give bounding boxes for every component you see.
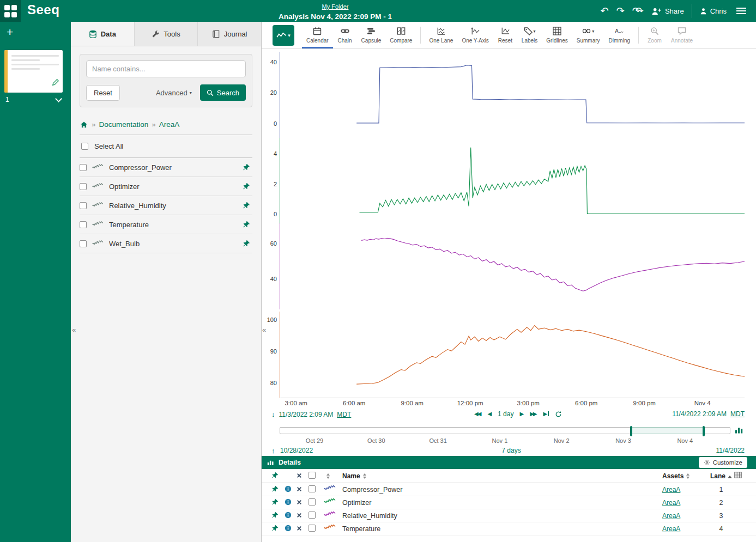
info-icon[interactable] bbox=[285, 511, 292, 519]
investigate-range-duration[interactable]: 7 days bbox=[501, 447, 521, 454]
signal-item-temperature[interactable]: Temperature bbox=[80, 215, 252, 234]
signal-checkbox[interactable] bbox=[80, 183, 87, 190]
timezone-link[interactable]: MDT bbox=[730, 410, 745, 418]
trend-lane-1[interactable]: 40200 bbox=[262, 52, 756, 138]
display-range-start[interactable]: 11/3/2022 2:09 AM bbox=[279, 411, 334, 418]
advanced-search-toggle[interactable]: Advanced ▾ bbox=[156, 89, 192, 97]
seeq-logo[interactable]: Seeq bbox=[27, 2, 59, 17]
tab-tools[interactable]: Tools bbox=[135, 22, 198, 46]
signal-item-relative_humidity[interactable]: Relative_Humidity bbox=[80, 196, 252, 215]
name-column-header[interactable]: Name bbox=[342, 472, 360, 480]
signal-checkbox[interactable] bbox=[80, 164, 87, 171]
select-all-checkbox[interactable] bbox=[81, 143, 88, 150]
pan-forward-icon[interactable]: ▶ bbox=[519, 411, 524, 417]
share-button[interactable]: Share bbox=[651, 7, 684, 15]
new-worksheet-button[interactable]: + bbox=[7, 26, 17, 38]
toolbar-button-zoom[interactable]: Zoom bbox=[643, 22, 667, 48]
remove-icon[interactable] bbox=[297, 513, 302, 518]
pin-icon[interactable] bbox=[243, 163, 250, 171]
signal-item-wet_bulb[interactable]: Wet_Bulb bbox=[80, 234, 252, 253]
row-checkbox[interactable] bbox=[309, 511, 316, 519]
pin-icon[interactable] bbox=[271, 525, 279, 532]
pan-back-full-icon[interactable]: ◀◀ bbox=[474, 411, 481, 417]
pin-icon[interactable] bbox=[271, 498, 279, 506]
toolbar-button-chain[interactable]: Chain bbox=[333, 22, 357, 48]
asset-link[interactable]: AreaA bbox=[662, 499, 680, 507]
select-all-row[interactable]: Select All bbox=[80, 135, 252, 158]
collapse-data-panel-icon[interactable]: « bbox=[262, 326, 266, 334]
pin-icon[interactable] bbox=[271, 511, 279, 519]
signal-plot-compressor-power[interactable] bbox=[280, 52, 745, 138]
toolbar-button-summary[interactable]: ▾ Summary bbox=[572, 22, 604, 48]
remove-icon[interactable] bbox=[297, 486, 302, 492]
selection-left-handle[interactable] bbox=[630, 426, 632, 436]
investigate-range-end[interactable]: 11/4/2022 bbox=[716, 447, 745, 454]
customize-button[interactable]: Customize bbox=[699, 457, 747, 468]
timezone-link[interactable]: MDT bbox=[337, 411, 351, 418]
pin-icon[interactable] bbox=[243, 202, 250, 209]
signal-checkbox[interactable] bbox=[80, 202, 87, 209]
auto-update-icon[interactable] bbox=[555, 411, 562, 418]
toolbar-button-dimming[interactable]: A Dimming bbox=[604, 22, 634, 48]
signal-plot-relative-humidity[interactable] bbox=[280, 223, 745, 309]
tab-journal[interactable]: Journal bbox=[198, 22, 261, 46]
trend-lane-2[interactable]: 420 bbox=[262, 138, 756, 224]
remove-icon[interactable] bbox=[297, 500, 302, 505]
view-selector-button[interactable]: ▾ bbox=[273, 25, 294, 46]
chevron-down-icon[interactable] bbox=[55, 95, 62, 102]
breadcrumb-areaa[interactable]: AreaA bbox=[159, 120, 180, 129]
pin-icon[interactable] bbox=[243, 221, 250, 228]
hamburger-menu-icon[interactable] bbox=[734, 5, 748, 16]
signal-checkbox[interactable] bbox=[80, 240, 87, 247]
toolbar-button-capsule[interactable]: Capsule bbox=[357, 22, 386, 48]
investigate-range-down-icon[interactable]: ↓ bbox=[271, 410, 275, 418]
assets-column-header[interactable]: Assets bbox=[662, 472, 684, 480]
toolbar-button-one-lane[interactable]: One Lane bbox=[425, 22, 457, 48]
asset-link[interactable]: AreaA bbox=[662, 525, 680, 533]
trend-lane-4[interactable]: 1009080 bbox=[262, 312, 756, 398]
row-checkbox[interactable] bbox=[309, 525, 316, 532]
selection-right-handle[interactable] bbox=[703, 426, 705, 436]
info-icon[interactable] bbox=[285, 525, 292, 532]
pan-to-end-icon[interactable]: ▶ bbox=[543, 411, 549, 417]
signal-item-optimizer[interactable]: Optimizer bbox=[80, 177, 252, 196]
search-input[interactable] bbox=[86, 60, 246, 77]
user-menu[interactable]: Chris bbox=[700, 7, 727, 15]
sort-name-icon[interactable] bbox=[363, 473, 366, 479]
search-button[interactable]: Search bbox=[200, 84, 246, 101]
signal-item-compressor_power[interactable]: Compressor_Power bbox=[80, 158, 252, 177]
asset-link[interactable]: AreaA bbox=[662, 486, 680, 494]
display-range-end[interactable]: 11/4/2022 2:09 AM bbox=[672, 410, 727, 418]
pin-icon[interactable] bbox=[243, 182, 250, 190]
investigate-range-start[interactable]: 10/28/2022 bbox=[280, 447, 313, 454]
overview-timeline[interactable] bbox=[280, 427, 730, 434]
trend-lane-3[interactable]: 6040 bbox=[262, 223, 756, 309]
toolbar-button-labels[interactable]: ▾ Labels bbox=[517, 22, 542, 48]
my-folder-link[interactable]: My Folder bbox=[322, 3, 349, 10]
sort-type-icon[interactable] bbox=[326, 473, 330, 479]
signal-plot-temperature[interactable] bbox=[280, 312, 745, 398]
toolbar-button-one-y-axis[interactable]: One Y-Axis bbox=[457, 22, 493, 48]
toolbar-button-gridlines[interactable]: Gridlines bbox=[542, 22, 572, 48]
asset-link[interactable]: AreaA bbox=[662, 512, 680, 520]
investigate-range-up-icon[interactable]: ↑ bbox=[271, 447, 275, 455]
signal-plot-optimizer[interactable] bbox=[280, 138, 745, 224]
info-icon[interactable] bbox=[285, 485, 292, 492]
signal-checkbox[interactable] bbox=[80, 221, 87, 228]
row-checkbox[interactable] bbox=[309, 485, 316, 492]
sort-assets-icon[interactable] bbox=[686, 473, 690, 479]
pin-icon[interactable] bbox=[243, 240, 250, 247]
toolbar-button-reset[interactable]: Reset bbox=[493, 22, 517, 48]
redo-icon[interactable]: ↷ bbox=[616, 6, 625, 16]
add-column-icon[interactable] bbox=[734, 471, 742, 479]
info-icon[interactable] bbox=[285, 498, 292, 506]
pan-back-icon[interactable]: ◀ bbox=[487, 411, 492, 417]
pin-all-icon[interactable] bbox=[271, 472, 279, 479]
app-switcher-grid-icon[interactable] bbox=[0, 0, 21, 22]
duration-selector[interactable]: 1 day bbox=[498, 410, 513, 418]
tab-data[interactable]: Data bbox=[71, 22, 135, 46]
home-icon[interactable] bbox=[80, 121, 88, 129]
capsule-time-toggle-icon[interactable] bbox=[735, 426, 743, 434]
worksheet-thumbnail[interactable] bbox=[4, 50, 63, 93]
remove-all-icon[interactable] bbox=[297, 473, 302, 478]
